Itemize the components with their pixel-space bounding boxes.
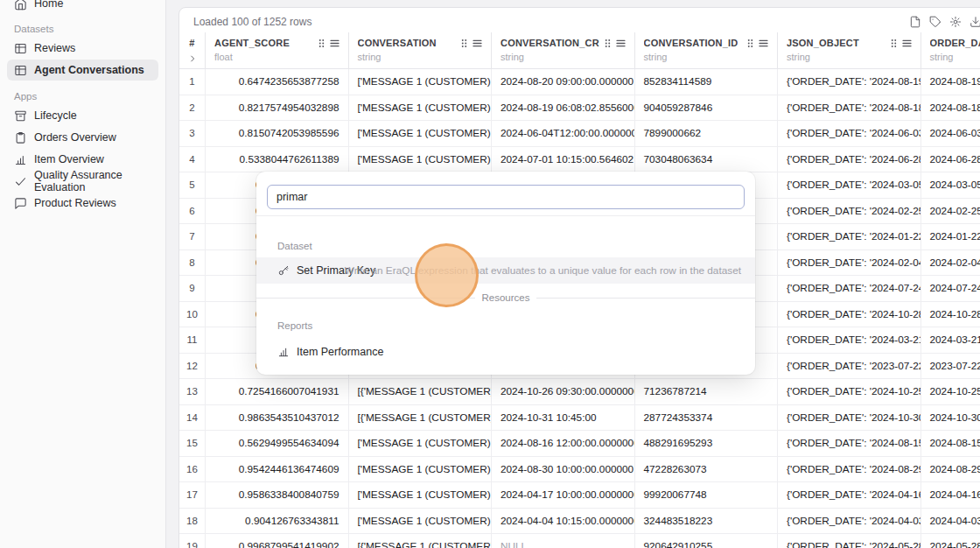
cell-conversation-created[interactable]: 2024-06-04T12:00:00.000000000 bbox=[491, 121, 634, 146]
row-number[interactable]: 5 bbox=[179, 172, 205, 198]
row-number[interactable]: 11 bbox=[179, 327, 205, 353]
cell-conversation-id[interactable]: 703048063634 bbox=[634, 147, 778, 172]
column-header-conversation_id[interactable]: CONVERSATION_IDstring bbox=[634, 32, 778, 68]
grip-icon[interactable] bbox=[891, 39, 897, 48]
cell-conversation[interactable]: ['MESSAGE 1 (CUSTOMER): "Hi ther bbox=[348, 431, 492, 456]
cell-agent-score[interactable]: 0.9586338400840759 bbox=[205, 482, 348, 508]
cell-order-date[interactable]: 2024-07-24 10:47 bbox=[920, 276, 980, 301]
cell-conversation-id[interactable]: 99920067748 bbox=[634, 482, 778, 508]
cell-order-date[interactable]: 2024-08-15 17:57 bbox=[920, 431, 980, 456]
gear-icon[interactable] bbox=[949, 16, 962, 28]
menu-icon[interactable] bbox=[330, 39, 340, 47]
row-number[interactable]: 15 bbox=[179, 431, 205, 456]
cell-conversation[interactable]: ['MESSAGE 1 (CUSTOMER): "Hi ther bbox=[348, 509, 492, 534]
cell-conversation-created[interactable]: 2024-08-19 06:08:02.855600000 bbox=[491, 95, 634, 121]
cell-order-date[interactable]: 2024-08-29 02:36 bbox=[920, 457, 980, 482]
sidebar-item-product-reviews[interactable]: Product Reviews bbox=[7, 193, 158, 214]
row-number[interactable]: 1 bbox=[179, 69, 205, 95]
row-number[interactable]: 3 bbox=[179, 121, 205, 146]
cell-order-date[interactable]: 2024-10-28 12:37 bbox=[920, 302, 980, 327]
row-number[interactable]: 7 bbox=[179, 224, 205, 249]
row-number[interactable]: 18 bbox=[179, 509, 205, 534]
cell-order-date[interactable]: 2024-01-22 23:54 bbox=[920, 224, 980, 249]
grip-icon[interactable] bbox=[461, 39, 467, 48]
column-header-order_date[interactable]: ORDER_DATEstring bbox=[920, 32, 980, 68]
cell-conversation-id[interactable]: 7899000662 bbox=[634, 121, 778, 146]
cell-conversation-created[interactable]: 2024-07-01 10:15:00.564602 bbox=[491, 147, 634, 172]
cell-json-object[interactable]: {'ORDER_DATE': '2024-08-19 04:44 bbox=[777, 69, 920, 95]
download-icon[interactable] bbox=[970, 16, 980, 28]
cell-conversation-id[interactable]: 287724353374 bbox=[634, 405, 778, 431]
row-number[interactable]: 8 bbox=[179, 250, 205, 276]
cell-conversation[interactable]: [{'MESSAGE 1 (CUSTOMER)': 'Hi! I r bbox=[348, 405, 492, 431]
row-number[interactable]: 13 bbox=[179, 379, 205, 404]
cell-conversation-created[interactable]: 2024-10-31 10:45:00 bbox=[491, 405, 634, 431]
cell-order-date[interactable]: 2024-04-16 07:57 bbox=[920, 482, 980, 508]
cell-order-date[interactable]: 2024-08-19 04:44 bbox=[920, 69, 980, 95]
cell-json-object[interactable]: {'ORDER_DATE': '2024-04-16 07:57: bbox=[777, 482, 920, 508]
cell-order-date[interactable]: 2024-02-25 08:56 bbox=[920, 199, 980, 224]
cell-agent-score[interactable]: 0.8217574954032898 bbox=[205, 95, 348, 121]
cell-conversation-id[interactable]: 852834114589 bbox=[634, 69, 778, 95]
cell-order-date[interactable]: 2024-10-30 18:03 bbox=[920, 405, 980, 431]
cell-json-object[interactable]: {'ORDER_DATE': '2024-01-22 23:54 bbox=[777, 224, 920, 249]
cell-conversation[interactable]: ['MESSAGE 1 (CUSTOMER): "Hi ther bbox=[348, 147, 492, 172]
cell-conversation[interactable]: [{'MESSAGE 1 (CUSTOMER)': 'Hi the bbox=[348, 379, 492, 404]
cell-agent-score[interactable]: 0.9863543510437012 bbox=[205, 405, 348, 431]
cell-agent-score[interactable]: 0.7254166007041931 bbox=[205, 379, 348, 404]
cell-order-date[interactable]: 2024-10-25 11:07 bbox=[920, 379, 980, 404]
cell-conversation[interactable]: ['MESSAGE 1 (CUSTOMER): "Hi, I or bbox=[348, 121, 492, 146]
cell-conversation-id[interactable]: 71236787214 bbox=[634, 379, 778, 404]
cell-conversation-id[interactable]: 920642910255 bbox=[634, 534, 778, 548]
cell-json-object[interactable]: {'ORDER_DATE': '2024-08-18 06:08 bbox=[777, 95, 920, 121]
grip-icon[interactable] bbox=[318, 39, 325, 48]
grip-icon[interactable] bbox=[605, 39, 611, 48]
cell-conversation-created[interactable]: 2024-08-20 09:00:00.000000 bbox=[491, 69, 634, 95]
cell-json-object[interactable]: {'ORDER_DATE': '2024-07-24 10:47: bbox=[777, 276, 920, 301]
cell-json-object[interactable]: {'ORDER_DATE': '2024-03-05 16:10: bbox=[777, 172, 920, 198]
cell-conversation-created[interactable]: 2024-10-26 09:30:00.000000000 bbox=[491, 379, 634, 404]
sidebar-item-reviews[interactable]: Reviews bbox=[7, 38, 158, 59]
cell-json-object[interactable]: {'ORDER_DATE': '2024-04-03 16:10 bbox=[777, 509, 920, 534]
cell-json-object[interactable]: {'ORDER_DATE': '2024-02-04 22:38 bbox=[777, 250, 920, 276]
row-number[interactable]: 14 bbox=[179, 405, 205, 431]
cell-conversation-created[interactable]: 2024-04-17 10:00:00.000000000 bbox=[491, 482, 634, 508]
cell-json-object[interactable]: {'ORDER_DATE': '2024-08-15 17:57: bbox=[777, 431, 920, 456]
cell-order-date[interactable]: 2024-03-05 16:10 bbox=[920, 172, 980, 198]
palette-search-input[interactable] bbox=[267, 185, 745, 209]
cell-order-date[interactable]: 2024-08-18 06:08 bbox=[920, 95, 980, 121]
column-header-conversation_created_[interactable]: CONVERSATION_CREATED_string bbox=[491, 32, 634, 68]
cell-conversation-created[interactable]: 2024-08-30 10:00:00.000000 bbox=[491, 457, 634, 482]
column-header-json_object[interactable]: JSON_OBJECTstring bbox=[777, 32, 920, 68]
cell-order-date[interactable]: 2024-03-21 18:27 bbox=[920, 327, 980, 353]
palette-item-set-primary-key[interactable]: Set Primary Key Write an EraQL expressio… bbox=[256, 257, 755, 284]
cell-agent-score[interactable]: 0.6474235653877258 bbox=[205, 69, 348, 95]
cell-order-date[interactable]: 2024-05-28 02:3 bbox=[920, 534, 980, 548]
cell-agent-score[interactable]: 0.5338044762611389 bbox=[205, 147, 348, 172]
cell-conversation-id[interactable]: 904059287846 bbox=[634, 95, 778, 121]
sidebar-item-home[interactable]: Home bbox=[7, 0, 158, 15]
cell-conversation-id[interactable]: 47228263073 bbox=[634, 457, 778, 482]
cell-order-date[interactable]: 2024-06-28 15:24 bbox=[920, 147, 980, 172]
file-icon[interactable] bbox=[909, 16, 921, 28]
row-number[interactable]: 2 bbox=[179, 95, 205, 121]
row-number[interactable]: 9 bbox=[179, 276, 205, 301]
menu-icon[interactable] bbox=[472, 39, 482, 47]
cell-json-object[interactable]: {'ORDER_DATE': '2024-10-25 11:07: bbox=[777, 379, 920, 404]
cell-conversation-created[interactable]: NULL bbox=[491, 534, 634, 548]
row-number[interactable]: 17 bbox=[179, 482, 205, 508]
sidebar-item-item-overview[interactable]: Item Overview bbox=[7, 149, 158, 170]
cell-order-date[interactable]: 2024-04-03 16:10 bbox=[920, 509, 980, 534]
cell-agent-score[interactable]: 0.9542446136474609 bbox=[205, 457, 348, 482]
cell-json-object[interactable]: {'ORDER_DATE': '2024-03-21 18:27: bbox=[777, 327, 920, 353]
cell-order-date[interactable]: 2023-07-22 15:07 bbox=[920, 354, 980, 379]
cell-conversation[interactable]: ['MESSAGE 1 (CUSTOMER): "Hi ther bbox=[348, 482, 492, 508]
cell-conversation[interactable]: [{'MESSAGE 1 (CUSTOMER)': 'Hi the bbox=[348, 534, 492, 548]
palette-item-item-performance[interactable]: Item Performance bbox=[256, 340, 755, 364]
cell-conversation-created[interactable]: 2024-08-16 12:00:00.000000000 bbox=[491, 431, 634, 456]
cell-json-object[interactable]: {'ORDER_DATE': '2024-06-28 15:24 bbox=[777, 147, 920, 172]
cell-json-object[interactable]: {'ORDER_DATE': '2024-08-29 02:36 bbox=[777, 457, 920, 482]
cell-conversation[interactable]: ['MESSAGE 1 (CUSTOMER): "Hi, I re bbox=[348, 69, 492, 95]
cell-json-object[interactable]: {'ORDER_DATE': '2024-10-30 18:03: bbox=[777, 405, 920, 431]
cell-conversation[interactable]: ['MESSAGE 1 (CUSTOMER): "Hi ther bbox=[348, 95, 492, 121]
